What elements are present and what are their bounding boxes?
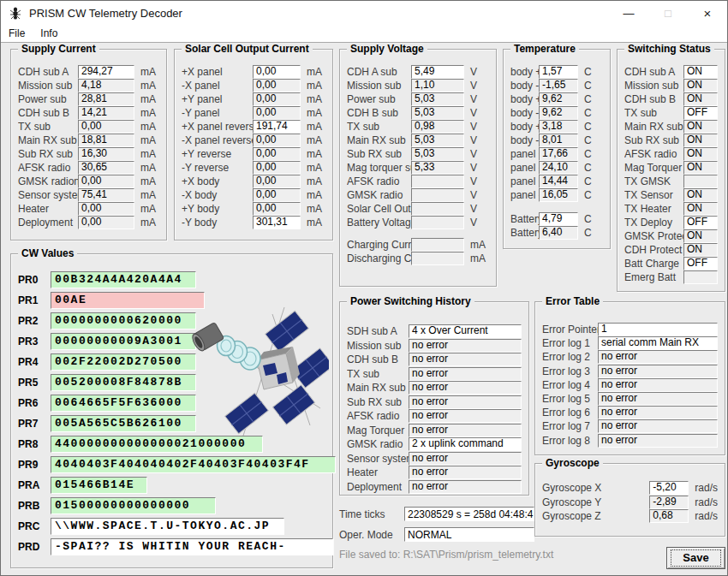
value-box[interactable]: [411, 202, 464, 216]
value-box[interactable]: 1,57: [539, 65, 578, 79]
value-box[interactable]: 0,98: [411, 120, 464, 134]
value-box[interactable]: [411, 216, 464, 229]
value-box[interactable]: 0,00: [253, 147, 301, 161]
value-box[interactable]: [411, 252, 464, 265]
value-box[interactable]: [411, 238, 464, 252]
value-box[interactable]: 5,03: [411, 147, 464, 161]
time-ticks-value[interactable]: 22308529 s = 258d 04:48:4: [404, 507, 534, 521]
value-box[interactable]: no error: [598, 392, 718, 406]
value-box[interactable]: ON: [683, 147, 718, 161]
value-box[interactable]: 18,81: [78, 134, 134, 147]
value-box[interactable]: OFF: [683, 257, 718, 270]
value-box[interactable]: no error: [409, 367, 522, 381]
value-box[interactable]: 5,03: [411, 106, 464, 120]
value-box[interactable]: -5,20: [649, 481, 689, 495]
value-box[interactable]: 4,79: [539, 212, 578, 226]
oper-mode-value[interactable]: NORMAL: [404, 527, 534, 542]
value-box[interactable]: 0,00: [78, 175, 134, 188]
value-box[interactable]: 16,30: [78, 147, 134, 161]
value-box[interactable]: 6,40: [539, 226, 578, 240]
close-icon[interactable]: ×: [688, 1, 727, 25]
value-box[interactable]: 0,00: [78, 120, 134, 134]
value-box[interactable]: 0,00: [253, 188, 301, 202]
value-box[interactable]: -1,65: [539, 79, 578, 92]
menu-info[interactable]: Info: [33, 26, 65, 41]
value-box[interactable]: ON: [683, 202, 718, 216]
value-box[interactable]: OFF: [683, 106, 718, 120]
value-box[interactable]: no error: [598, 350, 718, 364]
cw-value-box[interactable]: -SPAI?? IS WHITIN YOUR REACH-: [51, 538, 333, 555]
value-box[interactable]: serial comm Main RX: [598, 336, 718, 350]
value-box[interactable]: no error: [598, 365, 718, 378]
cw-value-box[interactable]: 00000000009A3001: [51, 333, 196, 350]
value-box[interactable]: 5,33: [411, 161, 464, 175]
value-box[interactable]: no error: [409, 466, 522, 479]
value-box[interactable]: 0,00: [78, 202, 134, 216]
value-box[interactable]: 9,62: [539, 92, 578, 106]
value-box[interactable]: 0,00: [253, 92, 301, 106]
value-box[interactable]: no error: [409, 480, 522, 494]
value-box[interactable]: 0,68: [649, 509, 689, 523]
value-box[interactable]: no error: [409, 395, 522, 409]
value-box[interactable]: 1: [598, 323, 718, 336]
value-box[interactable]: 0,00: [253, 65, 301, 79]
cw-value-box[interactable]: 01500000000000000: [51, 497, 216, 514]
cw-value-box[interactable]: 005200008F84878B: [51, 374, 196, 391]
menu-file[interactable]: File: [1, 26, 33, 41]
value-box[interactable]: [683, 270, 718, 284]
value-box[interactable]: 75,41: [78, 188, 134, 202]
value-box[interactable]: no error: [598, 434, 718, 448]
value-box[interactable]: 0,00: [253, 161, 301, 175]
value-box[interactable]: 4 x Over Current: [409, 324, 522, 338]
value-box[interactable]: 3,18: [539, 120, 578, 134]
value-box[interactable]: no error: [598, 419, 718, 433]
value-box[interactable]: -2,89: [649, 496, 689, 509]
value-box[interactable]: [683, 175, 718, 188]
value-box[interactable]: ON: [683, 243, 718, 257]
value-box[interactable]: 5,03: [411, 134, 464, 147]
value-box[interactable]: ON: [683, 92, 718, 106]
value-box[interactable]: 294,27: [78, 65, 134, 79]
value-box[interactable]: 0,00: [253, 202, 301, 216]
value-box[interactable]: ON: [683, 161, 718, 175]
value-box[interactable]: 0,00: [78, 216, 134, 229]
value-box[interactable]: 8,01: [539, 134, 578, 147]
cw-value-box[interactable]: \\WWW.SPACE.T.U-TOKYO.AC.JP: [51, 518, 284, 535]
value-box[interactable]: [411, 175, 464, 188]
value-box[interactable]: no error: [598, 378, 718, 392]
cw-value-box[interactable]: 005A565C5B626100: [51, 415, 196, 432]
value-box[interactable]: 301,31: [253, 216, 301, 229]
value-box[interactable]: 28,81: [78, 92, 134, 106]
value-box[interactable]: [411, 188, 464, 202]
value-box[interactable]: 0,00: [253, 134, 301, 147]
value-box[interactable]: 4,18: [78, 79, 134, 92]
cw-value-box[interactable]: 0064665F5F636000: [51, 395, 196, 412]
value-box[interactable]: 16,05: [539, 188, 578, 202]
cw-value-box[interactable]: 002F22002D270500: [51, 353, 196, 371]
value-box[interactable]: no error: [409, 452, 522, 466]
save-button[interactable]: Save: [666, 547, 725, 569]
cw-value-box[interactable]: 0000000000620000: [51, 312, 196, 330]
cw-value-box[interactable]: 4040403F404040402F40403F40403F4F: [51, 456, 336, 473]
value-box[interactable]: no error: [409, 424, 522, 437]
cw-value-box[interactable]: 00B324A4A420A4A4: [51, 271, 196, 288]
value-box[interactable]: 14,44: [539, 175, 578, 188]
value-box[interactable]: OFF: [683, 216, 718, 229]
value-box[interactable]: ON: [683, 229, 718, 243]
value-box[interactable]: 191,74: [253, 120, 301, 134]
value-box[interactable]: 14,21: [78, 106, 134, 120]
value-box[interactable]: no error: [409, 339, 522, 353]
value-box[interactable]: 0,00: [253, 106, 301, 120]
value-box[interactable]: 9,62: [539, 106, 578, 120]
value-box[interactable]: 24,10: [539, 161, 578, 175]
value-box[interactable]: no error: [598, 406, 718, 419]
value-box[interactable]: 17,66: [539, 147, 578, 161]
cw-value-box[interactable]: 015466B14E: [51, 477, 147, 494]
value-box[interactable]: 5,03: [411, 92, 464, 106]
value-box[interactable]: ON: [683, 65, 718, 79]
value-box[interactable]: ON: [683, 134, 718, 147]
minimize-icon[interactable]: —: [609, 1, 648, 25]
cw-value-box[interactable]: 00AE: [51, 292, 205, 309]
value-box[interactable]: 30,65: [78, 161, 134, 175]
value-box[interactable]: no error: [409, 353, 522, 366]
